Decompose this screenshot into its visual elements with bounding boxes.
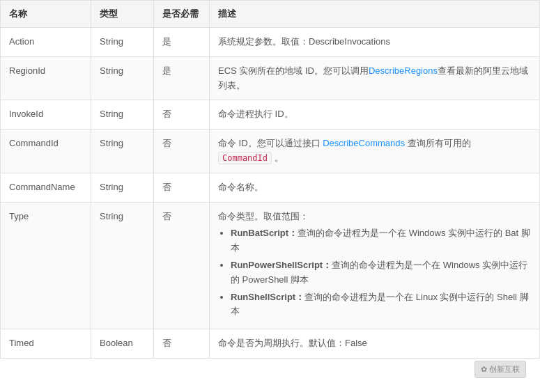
cell-type: String	[91, 130, 154, 173]
cell-desc: 命令进程执行 ID。	[210, 100, 540, 130]
cell-type: Boolean	[91, 329, 154, 359]
cell-desc: 命令类型。取值范围：RunBatScript：查询的命令进程为是一个在 Wind…	[210, 202, 540, 329]
header-type: 类型	[91, 1, 154, 28]
cell-name: CommandId	[1, 130, 91, 173]
cell-desc: 命令是否为周期执行。默认值：False	[210, 329, 540, 359]
cell-required: 否	[154, 100, 210, 130]
cell-required: 否	[154, 173, 210, 202]
desc-intro: 命令类型。取值范围：	[218, 211, 309, 221]
list-item: RunPowerShellScript：查询的命令进程为是一个在 Windows…	[231, 258, 531, 288]
table-row: ActionString是系统规定参数。取值：DescribeInvocatio…	[1, 28, 540, 57]
table-row: CommandNameString否命令名称。	[1, 173, 540, 202]
list-item: RunShellScript：查询的命令进程为是一个在 Linux 实例中运行的…	[231, 290, 531, 320]
table-row: InvokeIdString否命令进程执行 ID。	[1, 100, 540, 130]
table-row: TypeString否命令类型。取值范围：RunBatScript：查询的命令进…	[1, 202, 540, 329]
table-row: TimedBoolean否命令是否为周期执行。默认值：False	[1, 329, 540, 359]
header-required: 是否必需	[154, 1, 210, 28]
params-table: 名称 类型 是否必需 描述 ActionString是系统规定参数。取值：Des…	[0, 0, 540, 359]
cell-name: Action	[1, 28, 91, 57]
cell-name: Timed	[1, 329, 91, 359]
cell-desc: ECS 实例所在的地域 ID。您可以调用DescribeRegions查看最新的…	[210, 56, 540, 100]
header-desc: 描述	[210, 1, 540, 28]
cell-type: String	[91, 56, 154, 100]
desc-list: RunBatScript：查询的命令进程为是一个在 Windows 实例中运行的…	[218, 226, 531, 319]
cell-required: 是	[154, 28, 210, 57]
cell-name: RegionId	[1, 56, 91, 100]
cell-name: InvokeId	[1, 100, 91, 130]
cell-type: String	[91, 28, 154, 57]
cell-name: CommandName	[1, 173, 91, 202]
list-item: RunBatScript：查询的命令进程为是一个在 Windows 实例中运行的…	[231, 226, 531, 256]
cell-type: String	[91, 202, 154, 329]
cell-desc: 命令名称。	[210, 173, 540, 202]
cell-required: 否	[154, 130, 210, 173]
cell-required: 否	[154, 202, 210, 329]
cell-type: String	[91, 173, 154, 202]
cell-required: 是	[154, 56, 210, 100]
cell-type: String	[91, 100, 154, 130]
table-row: RegionIdString是ECS 实例所在的地域 ID。您可以调用Descr…	[1, 56, 540, 100]
desc-code: CommandId	[218, 152, 272, 164]
cell-name: Type	[1, 202, 91, 329]
cell-required: 否	[154, 329, 210, 359]
desc-link[interactable]: DescribeRegions	[369, 65, 438, 76]
table-row: CommandIdString否命令 ID。您可以通过接口 DescribeCo…	[1, 130, 540, 173]
desc-link[interactable]: DescribeCommands	[323, 138, 405, 148]
cell-desc: 命令 ID。您可以通过接口 DescribeCommands 查询所有可用的Co…	[210, 130, 540, 173]
header-name: 名称	[1, 1, 91, 28]
cell-desc: 系统规定参数。取值：DescribeInvocations	[210, 28, 540, 57]
